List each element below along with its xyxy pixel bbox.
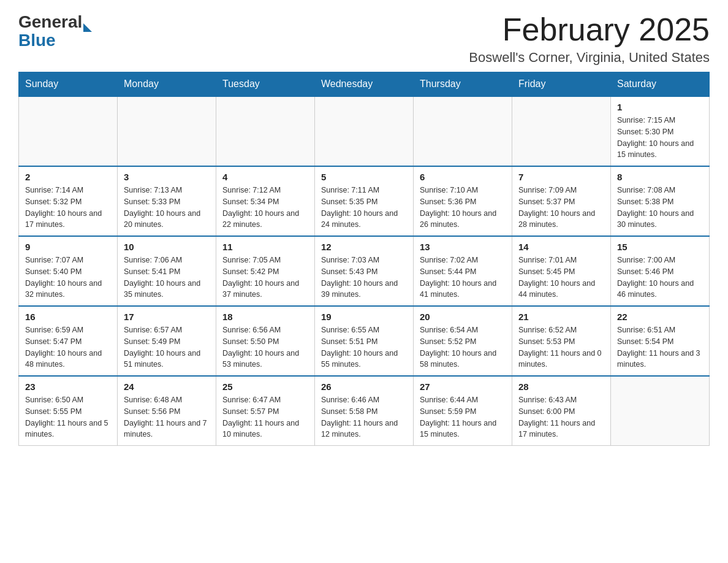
calendar-day-cell [19,96,118,166]
day-number: 5 [321,172,407,182]
calendar-day-cell: 11Sunrise: 7:05 AMSunset: 5:42 PMDayligh… [216,236,315,306]
calendar-week-row: 2Sunrise: 7:14 AMSunset: 5:32 PMDaylight… [19,166,710,236]
day-info: Sunrise: 7:13 AMSunset: 5:33 PMDaylight:… [124,185,210,231]
calendar-day-cell: 27Sunrise: 6:44 AMSunset: 5:59 PMDayligh… [414,376,512,446]
day-number: 15 [617,242,703,252]
day-number: 23 [25,381,111,392]
location-subtitle: Boswell's Corner, Virginia, United State… [469,50,710,66]
logo-arrow-icon [83,23,92,32]
calendar-header-monday: Monday [118,72,216,97]
day-info: Sunrise: 6:56 AMSunset: 5:50 PMDaylight:… [222,324,308,370]
day-number: 13 [420,242,506,252]
day-number: 2 [25,172,111,182]
day-info: Sunrise: 6:59 AMSunset: 5:47 PMDaylight:… [25,324,111,370]
calendar-day-cell: 14Sunrise: 7:01 AMSunset: 5:45 PMDayligh… [512,236,611,306]
logo-blue-text: Blue [18,32,92,49]
calendar-day-cell: 17Sunrise: 6:57 AMSunset: 5:49 PMDayligh… [118,306,216,376]
day-number: 4 [222,172,308,182]
day-number: 11 [222,242,308,252]
calendar-week-row: 9Sunrise: 7:07 AMSunset: 5:40 PMDaylight… [19,236,710,306]
day-number: 18 [222,312,308,322]
calendar-day-cell: 12Sunrise: 7:03 AMSunset: 5:43 PMDayligh… [315,236,414,306]
calendar-day-cell: 19Sunrise: 6:55 AMSunset: 5:51 PMDayligh… [315,306,414,376]
day-number: 1 [617,102,703,112]
calendar-header-friday: Friday [512,72,611,97]
calendar-day-cell: 3Sunrise: 7:13 AMSunset: 5:33 PMDaylight… [118,166,216,236]
day-number: 19 [321,312,407,322]
day-info: Sunrise: 7:14 AMSunset: 5:32 PMDaylight:… [25,185,111,231]
day-info: Sunrise: 6:50 AMSunset: 5:55 PMDaylight:… [25,394,111,440]
calendar-header-sunday: Sunday [19,72,118,97]
calendar-day-cell [216,96,315,166]
calendar-table: SundayMondayTuesdayWednesdayThursdayFrid… [18,72,710,446]
calendar-day-cell: 9Sunrise: 7:07 AMSunset: 5:40 PMDaylight… [19,236,118,306]
day-info: Sunrise: 6:43 AMSunset: 6:00 PMDaylight:… [518,394,604,440]
calendar-day-cell: 1Sunrise: 7:15 AMSunset: 5:30 PMDaylight… [611,96,710,166]
calendar-header-thursday: Thursday [414,72,512,97]
calendar-header-wednesday: Wednesday [315,72,414,97]
day-number: 7 [518,172,604,182]
day-number: 10 [124,242,210,252]
day-info: Sunrise: 7:05 AMSunset: 5:42 PMDaylight:… [222,255,308,301]
calendar-day-cell [414,96,512,166]
calendar-day-cell: 2Sunrise: 7:14 AMSunset: 5:32 PMDaylight… [19,166,118,236]
logo-general-text: General [18,12,82,32]
day-info: Sunrise: 7:09 AMSunset: 5:37 PMDaylight:… [518,185,604,231]
day-info: Sunrise: 6:46 AMSunset: 5:58 PMDaylight:… [321,394,407,440]
calendar-header-saturday: Saturday [611,72,710,97]
day-info: Sunrise: 7:01 AMSunset: 5:45 PMDaylight:… [518,255,604,301]
day-info: Sunrise: 6:55 AMSunset: 5:51 PMDaylight:… [321,324,407,370]
calendar-day-cell: 10Sunrise: 7:06 AMSunset: 5:41 PMDayligh… [118,236,216,306]
day-number: 16 [25,312,111,322]
day-number: 28 [518,381,604,392]
calendar-day-cell: 6Sunrise: 7:10 AMSunset: 5:36 PMDaylight… [414,166,512,236]
calendar-day-cell: 16Sunrise: 6:59 AMSunset: 5:47 PMDayligh… [19,306,118,376]
calendar-title-block: February 2025 Boswell's Corner, Virginia… [469,12,710,66]
calendar-day-cell: 5Sunrise: 7:11 AMSunset: 5:35 PMDaylight… [315,166,414,236]
day-info: Sunrise: 6:47 AMSunset: 5:57 PMDaylight:… [222,394,308,440]
day-info: Sunrise: 6:52 AMSunset: 5:53 PMDaylight:… [518,324,604,370]
calendar-day-cell: 24Sunrise: 6:48 AMSunset: 5:56 PMDayligh… [118,376,216,446]
day-info: Sunrise: 6:44 AMSunset: 5:59 PMDaylight:… [420,394,506,440]
day-number: 12 [321,242,407,252]
calendar-header-row: SundayMondayTuesdayWednesdayThursdayFrid… [19,72,710,97]
day-number: 27 [420,381,506,392]
calendar-day-cell: 28Sunrise: 6:43 AMSunset: 6:00 PMDayligh… [512,376,611,446]
day-info: Sunrise: 7:03 AMSunset: 5:43 PMDaylight:… [321,255,407,301]
day-info: Sunrise: 6:48 AMSunset: 5:56 PMDaylight:… [124,394,210,440]
day-info: Sunrise: 7:12 AMSunset: 5:34 PMDaylight:… [222,185,308,231]
calendar-day-cell: 25Sunrise: 6:47 AMSunset: 5:57 PMDayligh… [216,376,315,446]
calendar-day-cell: 7Sunrise: 7:09 AMSunset: 5:37 PMDaylight… [512,166,611,236]
calendar-week-row: 23Sunrise: 6:50 AMSunset: 5:55 PMDayligh… [19,376,710,446]
month-year-title: February 2025 [469,12,710,47]
calendar-day-cell: 15Sunrise: 7:00 AMSunset: 5:46 PMDayligh… [611,236,710,306]
day-info: Sunrise: 7:15 AMSunset: 5:30 PMDaylight:… [617,115,703,161]
day-number: 21 [518,312,604,322]
day-number: 8 [617,172,703,182]
calendar-header-tuesday: Tuesday [216,72,315,97]
calendar-day-cell [315,96,414,166]
calendar-day-cell: 8Sunrise: 7:08 AMSunset: 5:38 PMDaylight… [611,166,710,236]
day-number: 9 [25,242,111,252]
day-number: 26 [321,381,407,392]
page-header: General Blue February 2025 Boswell's Cor… [18,12,710,66]
calendar-day-cell: 26Sunrise: 6:46 AMSunset: 5:58 PMDayligh… [315,376,414,446]
calendar-week-row: 1Sunrise: 7:15 AMSunset: 5:30 PMDaylight… [19,96,710,166]
calendar-day-cell: 22Sunrise: 6:51 AMSunset: 5:54 PMDayligh… [611,306,710,376]
day-info: Sunrise: 6:57 AMSunset: 5:49 PMDaylight:… [124,324,210,370]
day-number: 22 [617,312,703,322]
day-info: Sunrise: 6:51 AMSunset: 5:54 PMDaylight:… [617,324,703,370]
day-info: Sunrise: 6:54 AMSunset: 5:52 PMDaylight:… [420,324,506,370]
day-number: 14 [518,242,604,252]
calendar-day-cell [118,96,216,166]
calendar-day-cell: 18Sunrise: 6:56 AMSunset: 5:50 PMDayligh… [216,306,315,376]
calendar-day-cell: 13Sunrise: 7:02 AMSunset: 5:44 PMDayligh… [414,236,512,306]
day-number: 25 [222,381,308,392]
calendar-day-cell: 23Sunrise: 6:50 AMSunset: 5:55 PMDayligh… [19,376,118,446]
calendar-day-cell [512,96,611,166]
calendar-day-cell: 20Sunrise: 6:54 AMSunset: 5:52 PMDayligh… [414,306,512,376]
day-number: 6 [420,172,506,182]
day-number: 3 [124,172,210,182]
day-number: 20 [420,312,506,322]
logo: General Blue [18,12,92,49]
